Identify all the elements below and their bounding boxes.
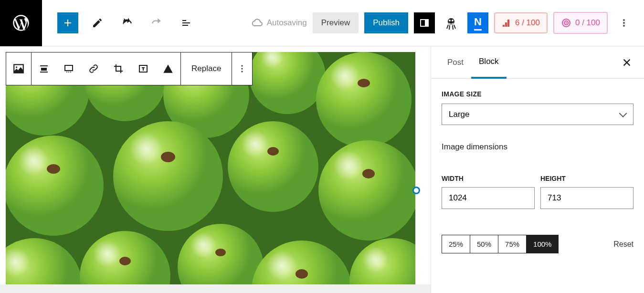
duotone-icon [162,63,174,75]
image-block[interactable]: Replace [6,52,416,293]
svg-point-46 [318,140,415,241]
svg-point-20 [242,71,243,73]
dots-vertical-icon [618,17,630,29]
link-icon [88,63,99,74]
horizontal-scrollbar[interactable] [0,284,431,293]
duotone-button[interactable] [156,52,180,85]
svg-point-9 [623,22,625,24]
wordpress-logo[interactable] [0,0,42,46]
svg-point-34 [316,52,412,147]
apple-image [6,52,415,293]
toolbar-right: Autosaving Preview Publish N 6 / 100 0 /… [252,12,644,34]
svg-point-52 [119,257,131,265]
preset-100[interactable]: 100% [527,235,558,253]
sidebar-tabs: Post Block [431,46,644,79]
reset-button[interactable]: Reset [613,240,633,249]
svg-point-10 [623,25,625,27]
block-toolbar: Replace [6,52,253,85]
sidebar-icon [419,17,430,29]
svg-point-19 [242,68,243,70]
crop-button[interactable] [106,52,131,85]
svg-point-35 [358,79,370,87]
block-more-button[interactable] [232,52,252,85]
align-icon [38,63,50,74]
toolbar-left [42,12,197,33]
undo-button[interactable] [116,12,137,33]
svg-point-12 [16,66,17,68]
readability-text: 0 / 100 [575,18,600,28]
width-label: WIDTH [442,175,535,182]
settings-panel-toggle[interactable] [414,12,435,33]
svg-rect-13 [65,65,73,71]
svg-point-38 [47,164,60,174]
tab-block[interactable]: Block [471,46,507,79]
document-outline-button[interactable] [176,12,197,33]
wordpress-icon [11,13,31,32]
autosave-text: Autosaving [267,18,307,28]
image-size-label: IMAGE SIZE [442,90,633,98]
list-icon [180,17,192,29]
resize-handle[interactable] [412,187,420,194]
plus-icon [62,17,74,29]
width-input[interactable] [442,187,535,209]
editor-topbar: Autosaving Preview Publish N 6 / 100 0 /… [0,0,644,46]
svg-point-8 [623,19,625,21]
svg-point-4 [452,20,454,21]
bars-icon [502,18,511,28]
preview-button[interactable]: Preview [313,12,359,33]
more-options-button[interactable] [613,12,634,33]
text-overlay-icon [137,63,149,74]
svg-point-14 [66,72,67,73]
publish-button[interactable]: Publish [364,12,408,33]
height-input[interactable] [540,187,633,209]
svg-point-37 [6,136,104,236]
n-label: N [474,16,482,31]
svg-point-41 [161,152,175,162]
dots-vertical-icon [236,63,248,74]
preset-75[interactable]: 75% [498,235,527,253]
image-size-select[interactable]: Large [442,104,633,125]
preset-25[interactable]: 25% [442,235,470,253]
svg-rect-1 [425,20,428,26]
close-icon [622,57,632,68]
image-icon [12,63,25,75]
replace-button[interactable]: Replace [181,52,232,85]
edit-button[interactable] [87,12,108,33]
svg-point-55 [215,249,226,256]
add-block-button[interactable] [57,12,78,33]
preset-50[interactable]: 50% [470,235,498,253]
svg-point-15 [68,72,69,73]
rankmath-button[interactable] [441,12,462,33]
undo-icon [121,17,133,29]
target-icon [561,18,571,28]
tab-post[interactable]: Post [440,47,471,78]
redo-icon [150,17,163,29]
svg-point-18 [242,65,243,67]
block-type-button[interactable] [6,52,31,85]
caption-icon [63,63,74,74]
pencil-icon [92,17,103,29]
height-label: HEIGHT [540,175,633,182]
align-button[interactable] [32,52,56,85]
svg-point-58 [296,269,308,279]
cloud-icon [252,17,263,29]
n-plugin-button[interactable]: N [467,12,488,33]
readability-score-badge[interactable]: 0 / 100 [553,12,608,34]
svg-point-7 [566,22,567,24]
rankmath-icon [443,15,459,31]
size-presets: 25% 50% 75% 100% [442,235,559,253]
caption-button[interactable] [56,52,81,85]
seo-score-text: 6 / 100 [515,18,540,28]
text-overlay-button[interactable] [131,52,156,85]
svg-point-44 [267,147,279,156]
redo-button[interactable] [146,12,167,33]
close-sidebar-button[interactable] [618,54,635,71]
svg-point-16 [70,72,71,73]
autosave-status: Autosaving [252,17,307,29]
link-button[interactable] [81,52,106,85]
svg-point-3 [449,20,451,21]
svg-point-47 [362,169,375,178]
settings-sidebar: Post Block IMAGE SIZE Large Image dimens… [431,46,644,293]
seo-score-badge[interactable]: 6 / 100 [494,12,548,33]
svg-point-43 [228,121,318,212]
